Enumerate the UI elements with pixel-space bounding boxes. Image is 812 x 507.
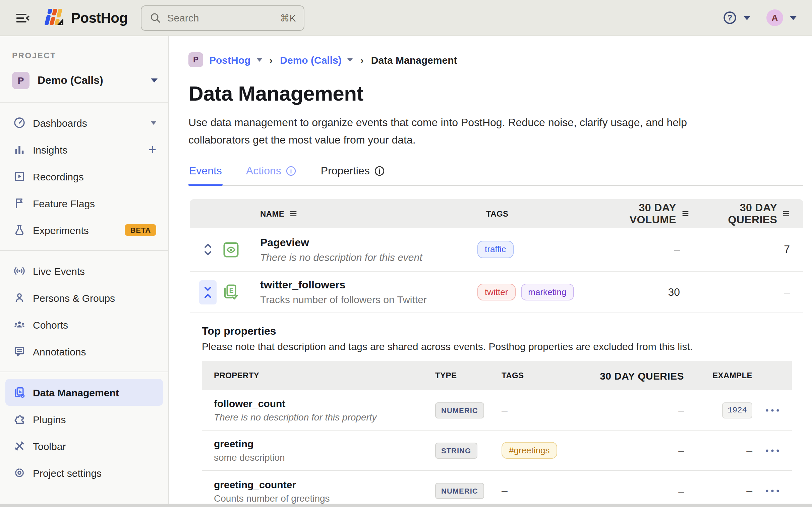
project-switcher[interactable]: P Demo (Calls) [0, 66, 168, 95]
event-row-twitter-followers[interactable]: E twitter_followers Tracks number of fol… [190, 272, 803, 313]
sidebar-item-dashboards[interactable]: Dashboards [5, 109, 163, 136]
collapse-sidebar-button[interactable] [14, 9, 32, 26]
sidebar-item-persons-groups[interactable]: Persons & Groups [5, 284, 163, 311]
more-button[interactable] [765, 408, 780, 412]
dashboards-chevron-down-icon[interactable] [151, 121, 156, 124]
live-events-icon [13, 265, 25, 277]
search-placeholder: Search [167, 12, 274, 23]
example-value: – [684, 444, 752, 456]
tab-properties[interactable]: Properties [320, 161, 386, 185]
event-row-pageview[interactable]: Pageview There is no description for thi… [190, 228, 803, 272]
sidebar-item-plugins[interactable]: Plugins [5, 406, 163, 433]
topbar-right: ? A [723, 9, 812, 26]
sort-icon [682, 210, 689, 217]
event-name[interactable]: Pageview [260, 236, 477, 248]
sidebar-item-toolbar[interactable]: Toolbar [5, 433, 163, 459]
posthog-app: PostHog Search ⌘K ? A PROJECT P Demo (Ca… [0, 0, 812, 507]
breadcrumb-current: Data Management [371, 54, 457, 65]
search-input[interactable]: Search ⌘K [141, 5, 304, 31]
breadcrumb-chevron-down-icon[interactable] [256, 58, 262, 61]
sidebar-item-insights[interactable]: Insights + [5, 136, 163, 163]
more-icon [765, 489, 780, 493]
tab-actions[interactable]: Actions [245, 161, 297, 185]
sidebar-item-experiments[interactable]: Experiments BETA [5, 217, 163, 243]
more-button[interactable] [765, 448, 780, 452]
more-button[interactable] [765, 489, 780, 493]
posthog-logo-icon [42, 8, 65, 28]
sidebar-item-feature-flags[interactable]: Feature Flags [5, 190, 163, 217]
sidebar-item-annotations[interactable]: Annotations [5, 338, 163, 365]
breadcrumb-project[interactable]: Demo (Calls) [280, 54, 341, 65]
sidebar: PROJECT P Demo (Calls) Dashboards Insigh… [0, 36, 169, 507]
more-icon [765, 448, 780, 452]
breadcrumb-project-badge[interactable]: P [188, 52, 203, 67]
property-description: There is no description for this propert… [214, 412, 435, 422]
event-queries: 7 [680, 243, 790, 256]
sort-icon [782, 210, 790, 217]
help-icon[interactable]: ? [723, 11, 737, 25]
sidebar-item-data-management[interactable]: E Data Management [5, 379, 163, 406]
project-chevron-down-icon [151, 78, 158, 82]
toolbar-icon [13, 440, 25, 452]
project-badge: P [12, 72, 30, 89]
event-name[interactable]: twitter_followers [260, 279, 477, 291]
breadcrumb-posthog[interactable]: PostHog [209, 54, 250, 65]
verified-event-icon: E [222, 283, 240, 301]
sort-icon [290, 210, 297, 217]
property-description: Counts number of greetings [214, 493, 435, 503]
properties-table: PROPERTY TYPE TAGS 30 DAY QUERIES EXAMPL… [202, 361, 792, 507]
sidebar-item-recordings[interactable]: Recordings [5, 163, 163, 190]
tag-twitter: twitter [477, 283, 515, 300]
property-name[interactable]: greeting_counter [214, 478, 435, 490]
column-header-tags: TAGS [502, 371, 589, 380]
tab-events[interactable]: Events [188, 161, 223, 185]
sidebar-divider [0, 250, 168, 251]
data-management-icon: E [13, 386, 25, 398]
collapse-row-button[interactable] [199, 280, 217, 304]
info-icon[interactable] [374, 166, 385, 176]
property-tags: – [502, 485, 589, 497]
event-description: There is no description for this event [260, 251, 477, 263]
property-description: some description [214, 452, 435, 463]
add-insight-icon[interactable]: + [149, 143, 156, 156]
dashboard-icon [13, 117, 25, 129]
breadcrumb-chevron-down-icon[interactable] [348, 58, 353, 61]
expanded-event-panel: Top properties Please note that descript… [188, 313, 802, 507]
search-shortcut: ⌘K [280, 12, 296, 23]
tab-bar: Events Actions Properties [188, 161, 803, 186]
column-header-example: EXAMPLE [684, 371, 752, 380]
expand-row-button[interactable] [199, 237, 217, 262]
column-header-queries[interactable]: 30 DAY QUERIES [689, 202, 790, 226]
main-content: P PostHog › Demo (Calls) › Data Manageme… [169, 36, 812, 507]
sidebar-divider [0, 102, 168, 103]
account-chevron-down-icon[interactable] [790, 16, 797, 20]
help-chevron-down-icon[interactable] [744, 16, 750, 20]
column-header-queries: 30 DAY QUERIES [589, 370, 684, 381]
property-row-greeting: greeting some description STRING #greeti… [202, 431, 792, 471]
column-header-name[interactable]: NAME [260, 209, 486, 218]
property-queries: – [589, 445, 684, 456]
sidebar-item-project-settings[interactable]: Project settings [5, 459, 163, 486]
example-value: 1924 [722, 402, 752, 418]
svg-text:E: E [18, 389, 21, 394]
sidebar-divider [0, 372, 168, 372]
sidebar-item-live-events[interactable]: Live Events [5, 258, 163, 284]
info-icon[interactable] [286, 166, 297, 176]
posthog-logo[interactable]: PostHog [42, 8, 127, 28]
column-header-property: PROPERTY [214, 371, 435, 380]
project-section-label: PROJECT [12, 51, 168, 60]
properties-table-header: PROPERTY TYPE TAGS 30 DAY QUERIES EXAMPL… [202, 361, 792, 390]
top-properties-title: Top properties [202, 325, 802, 337]
property-name[interactable]: greeting [214, 438, 435, 449]
event-volume: 30 [585, 286, 680, 298]
sidebar-item-cohorts[interactable]: Cohorts [5, 311, 163, 338]
annotations-icon [13, 345, 25, 357]
svg-text:E: E [229, 287, 234, 294]
tag-traffic: traffic [477, 241, 513, 258]
project-name: Demo (Calls) [38, 74, 103, 87]
column-header-volume[interactable]: 30 DAY VOLUME [593, 202, 689, 226]
type-badge: STRING [435, 442, 477, 458]
avatar[interactable]: A [766, 9, 783, 26]
property-name[interactable]: follower_count [214, 398, 435, 409]
collapse-sidebar-icon [15, 11, 30, 24]
